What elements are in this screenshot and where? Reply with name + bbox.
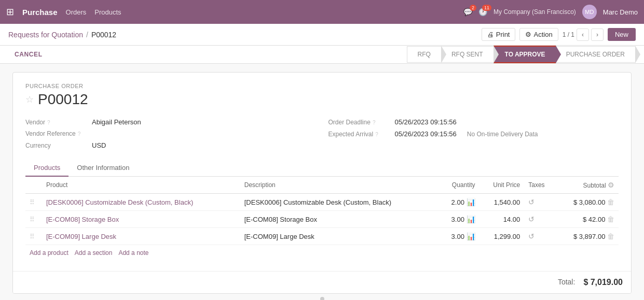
forecast-chart-icon[interactable]: 📊 [467,232,475,240]
breadcrumb-current: P00012 [91,31,116,39]
form-card: Purchase Order ☆ P00012 Vendor ? Abigail… [12,72,632,294]
delete-row-icon[interactable]: 🗑 [607,232,614,240]
breadcrumb: Requests for Quotation / P00012 [8,31,116,39]
print-icon: 🖨 [487,31,494,38]
print-button[interactable]: 🖨 Print [482,28,516,41]
unit-price-cell: 1,540.00 [479,194,525,211]
products-table: Product Description Quantity Unit Price … [25,177,619,245]
vendor-value[interactable]: Abigail Peterson [92,118,141,126]
product-cell[interactable]: [E-COM09] Large Desk [42,228,240,245]
top-navbar: ⊞ Purchase Orders Products 💬 2 🕐 11 My C… [0,0,644,24]
col-product-header: Product [42,177,240,194]
activities-button[interactable]: 🕐 11 [478,8,487,16]
forecast-chart-icon[interactable]: 📊 [467,198,475,206]
add-note-link[interactable]: Add a note [118,249,148,256]
doc-title-row: ☆ P00012 [25,91,619,108]
pagination-label: 1 / 1 [563,31,574,38]
step-purchase-order[interactable]: PURCHASE ORDER [556,46,636,63]
unit-price-cell: 14.00 [479,211,525,228]
vendor-ref-label: Vendor Reference ? [25,130,88,137]
total-label: Total: [558,278,575,287]
column-settings-icon[interactable]: ⚙ [608,181,614,189]
quantity-cell: 3.00 📊 [439,228,479,245]
breadcrumb-separator: / [86,31,88,39]
apps-menu-icon[interactable]: ⊞ [6,6,14,18]
step-rfq-sent-label: RFQ SENT [451,51,483,58]
taxes-cell: ↺ [524,211,555,228]
forecast-chart-icon[interactable]: 📊 [467,215,475,223]
col-subtotal-header: Subtotal ⚙ [556,177,619,194]
pagination: 1 / 1 ‹ › [563,28,604,41]
status-bar: CANCEL RFQ RFQ SENT TO APPROVE PURCHASE … [0,46,644,64]
notifications-badge: 2 [470,5,476,11]
history-icon[interactable]: ↺ [528,232,535,240]
subtotal-cell: $ 3,897.00 🗑 [556,228,619,245]
order-deadline-label: Order Deadline ? [328,119,391,126]
order-deadline-value[interactable]: 05/26/2023 09:15:56 [395,118,457,126]
avatar: MD [582,5,597,19]
app-brand[interactable]: Purchase [22,8,58,17]
notifications-button[interactable]: 💬 2 [463,8,472,16]
expected-arrival-help-icon: ? [375,132,378,137]
step-rfq-sent[interactable]: RFQ SENT [441,46,494,63]
table-header-row: Product Description Quantity Unit Price … [25,177,619,194]
description-cell: [DESK0006] Customizable Desk (Custom, Bl… [240,194,439,211]
description-cell: [E-COM08] Storage Box [240,211,439,228]
drag-handle-icon[interactable]: ⠿ [30,233,35,240]
col-drag-handle [25,177,42,194]
step-rfq-label: RFQ [418,51,431,58]
taxes-cell: ↺ [524,194,555,211]
cancel-button[interactable]: CANCEL [8,46,49,63]
doc-id: P00012 [38,91,88,108]
user-name[interactable]: Marc Demo [603,8,638,16]
favorite-star-icon[interactable]: ☆ [25,94,34,105]
history-icon[interactable]: ↺ [528,198,535,206]
table-row: ⠿ [E-COM08] Storage Box [E-COM08] Storag… [25,211,619,228]
drag-handle-icon[interactable]: ⠿ [30,216,35,223]
tab-products[interactable]: Products [25,160,68,177]
company-label: My Company (San Francisco) [494,8,576,16]
drag-handle-cell: ⠿ [25,211,42,228]
pagination-next[interactable]: › [591,28,604,41]
nav-products[interactable]: Products [94,8,121,16]
subtotal-cell: $ 3,080.00 🗑 [556,194,619,211]
main-content: Purchase Order ☆ P00012 Vendor ? Abigail… [0,64,644,300]
gear-icon: ⚙ [525,31,531,38]
nav-orders[interactable]: Orders [66,8,87,16]
product-cell[interactable]: [DESK0006] Customizable Desk (Custom, Bl… [42,194,240,211]
vendor-field-row: Vendor ? Abigail Peterson [25,116,316,128]
product-cell[interactable]: [E-COM08] Storage Box [42,211,240,228]
currency-field-row: Currency USD [25,139,316,151]
pagination-prev[interactable]: ‹ [577,28,589,41]
tab-other-information[interactable]: Other Information [68,160,138,177]
currency-value[interactable]: USD [92,141,106,149]
vendor-help-icon: ? [47,120,50,125]
action-button[interactable]: ⚙ Action [519,28,558,41]
taxes-cell: ↺ [524,228,555,245]
order-deadline-field-row: Order Deadline ? 05/26/2023 09:15:56 [328,116,619,128]
history-icon[interactable]: ↺ [528,215,535,223]
scroll-dot [320,297,324,300]
expected-arrival-label: Expected Arrival ? [328,131,391,138]
new-button[interactable]: New [608,28,636,41]
subtotal-cell: $ 42.00 🗑 [556,211,619,228]
vendor-label: Vendor ? [25,119,88,126]
add-section-link[interactable]: Add a section [75,249,113,256]
step-purchase-order-label: PURCHASE ORDER [566,51,625,58]
products-tab-content: Product Description Quantity Unit Price … [25,177,619,261]
vendor-ref-help-icon: ? [78,131,81,137]
unit-price-cell: 1,299.00 [479,228,525,245]
delete-row-icon[interactable]: 🗑 [607,215,614,223]
delivery-note: No On-time Delivery Data [467,131,538,138]
expected-arrival-value[interactable]: 05/26/2023 09:15:56 [395,130,457,138]
table-footer: Add a product Add a section Add a note [25,245,619,261]
doc-type-label: Purchase Order [25,83,619,89]
step-rfq[interactable]: RFQ [407,46,441,63]
add-product-link[interactable]: Add a product [30,249,68,256]
totals-row: Total: $ 7,019.00 [13,271,631,293]
breadcrumb-parent[interactable]: Requests for Quotation [8,31,83,39]
delete-row-icon[interactable]: 🗑 [607,198,614,206]
drag-handle-icon[interactable]: ⠿ [30,198,35,206]
table-row: ⠿ [DESK0006] Customizable Desk (Custom, … [25,194,619,211]
step-to-approve[interactable]: TO APPROVE [494,46,556,63]
